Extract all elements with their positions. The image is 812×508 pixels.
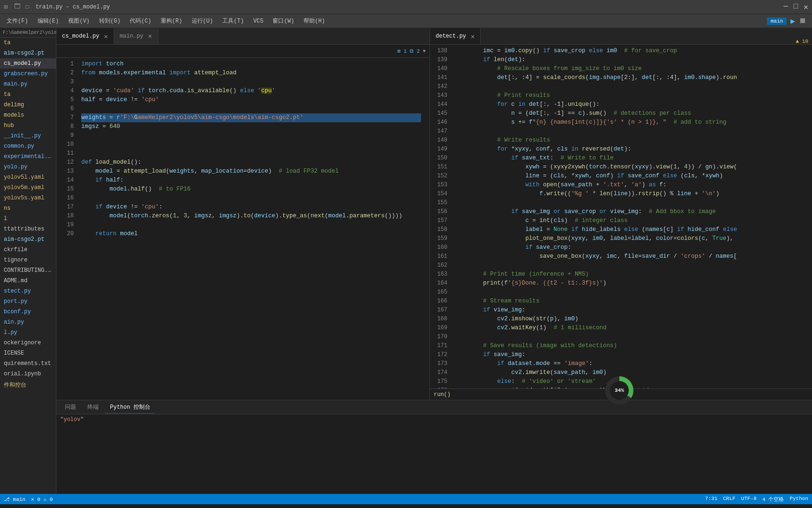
- sidebar-item-requirements[interactable]: quirements.txt: [0, 358, 56, 369]
- sidebar-item-main[interactable]: main.py: [0, 79, 56, 89]
- sidebar-item-bconf[interactable]: bconf.py: [0, 307, 56, 317]
- sidebar-item-experimental[interactable]: experimental.py: [0, 151, 56, 162]
- code-line-5: half = device != 'cpu': [81, 95, 421, 104]
- sidebar-item-port[interactable]: port.py: [0, 296, 56, 307]
- rcode-167: if view_img:: [455, 306, 804, 315]
- status-position: 7:31: [705, 496, 717, 503]
- debug-button[interactable]: ⏹: [799, 16, 806, 25]
- menu-code[interactable]: 代码(C): [125, 15, 156, 27]
- sidebar-item-yolov5s[interactable]: yolov5s.yaml: [0, 193, 56, 203]
- code-line-3: [81, 78, 421, 87]
- status-line-ending: CRLF: [723, 496, 735, 503]
- sidebar-item-l-py[interactable]: l.py: [0, 327, 56, 338]
- rcode-151: xywh = (xyxy2xywh(torch.tensor(xyxy).vie…: [455, 163, 804, 172]
- right-toolbar: ▲ 10: [792, 39, 812, 44]
- sidebar-item-ns[interactable]: ns: [0, 203, 56, 214]
- rcode-159: plot_one_box(xyxy, im0, label=label, col…: [455, 234, 804, 243]
- window-controls[interactable]: ⊞ 🗔: [4, 3, 21, 11]
- code-line-10: [81, 140, 421, 149]
- menu-vcs[interactable]: VCS: [249, 16, 268, 26]
- sidebar-item-yolo[interactable]: yolo.py: [0, 162, 56, 172]
- tab-detect[interactable]: detect.py ✕: [430, 28, 481, 44]
- breadcrumb-path: ▼: [422, 48, 426, 54]
- sidebar-item-aim-csgo2-2[interactable]: aim-csgo2.pt: [0, 234, 56, 245]
- code-line-19: [81, 221, 421, 230]
- window-buttons[interactable]: ─ □ ✕: [783, 2, 808, 12]
- menu-edit[interactable]: 编辑(E): [33, 15, 64, 27]
- scrollbar-right[interactable]: [807, 45, 812, 389]
- sidebar-item-hub[interactable]: hub: [0, 120, 56, 131]
- sidebar-item-ta2[interactable]: ta: [0, 89, 56, 100]
- tab-main[interactable]: main.py ✕: [114, 28, 158, 44]
- rcode-170: [455, 333, 804, 341]
- scrollbar-left[interactable]: [425, 58, 429, 400]
- rcode-154: f.write(('%g ' * len(line)).rstrip() % l…: [455, 190, 804, 198]
- tab-close-detect[interactable]: ✕: [471, 32, 475, 40]
- sidebar-item-models[interactable]: models: [0, 110, 56, 120]
- sidebar-item-stect[interactable]: stect.py: [0, 286, 56, 296]
- sidebar-item-grabscreen[interactable]: grabscreen.py: [0, 69, 56, 79]
- tab-close-main[interactable]: ✕: [148, 32, 152, 40]
- sidebar-item-ta[interactable]: ta: [0, 38, 56, 48]
- sidebar-item-cs-model[interactable]: cs_model.py: [0, 58, 56, 69]
- code-toolbar-left: ⊞ 1 ⧉ 2 ▼: [56, 45, 429, 58]
- menu-tools[interactable]: 工具(T): [218, 15, 249, 27]
- sidebar-item-init[interactable]: __init__.py: [0, 131, 56, 141]
- menu-file[interactable]: 文件(F): [2, 15, 33, 27]
- run-button[interactable]: ▶: [790, 16, 795, 26]
- close-btn[interactable]: ✕: [804, 2, 808, 12]
- code-content-left[interactable]: 1 2 3 4 5 6 7 8 9 10 11 12 13 14: [56, 58, 429, 400]
- rcode-169: cv2.waitKey(1) # 1 millisecond: [455, 324, 804, 333]
- sidebar: F:\GameHelper2\yolov ta aim-csgo2.pt cs_…: [0, 28, 56, 494]
- sidebar-item-tignore[interactable]: tignore: [0, 255, 56, 265]
- rcode-165: [455, 288, 804, 297]
- maximize-btn[interactable]: □: [794, 2, 798, 12]
- sidebar-item-yolov5m[interactable]: yolov5m.yaml: [0, 183, 56, 193]
- menu-bar-right: main ▶ ⏹: [767, 16, 810, 26]
- rcode-173: if dataset.mode == 'image':: [455, 359, 804, 368]
- rcode-138: imc = im0.copy() if save_crop else im0 #…: [455, 47, 804, 56]
- split-indicator: ⊞ 1 ⧉ 2: [398, 48, 420, 54]
- sidebar-item-yolov5l[interactable]: yolov5l.yaml: [0, 172, 56, 183]
- sidebar-item-contributing[interactable]: CONTRIBUTING.md: [0, 265, 56, 276]
- sidebar-item-license[interactable]: ICENSE: [0, 348, 56, 358]
- menu-run[interactable]: 运行(U): [187, 15, 218, 27]
- progress-inner: 34%: [610, 381, 629, 400]
- progress-label: 34%: [615, 388, 624, 393]
- sidebar-item-common[interactable]: common.py: [0, 141, 56, 151]
- menu-window[interactable]: 窗口(W): [268, 15, 299, 27]
- minimize-btn[interactable]: ─: [783, 2, 788, 12]
- tab-python-console[interactable]: Python 控制台: [105, 401, 155, 413]
- status-bar: ⎇ main ✕ 0 ⚠ 0 7:31 CRLF UTF-8 4 个空格 Pyt…: [0, 494, 812, 504]
- sidebar-item-delimg[interactable]: delimg: [0, 100, 56, 110]
- sidebar-item-ttattributes[interactable]: ttattributes: [0, 224, 56, 234]
- git-branch-badge[interactable]: main: [767, 17, 787, 25]
- menu-view[interactable]: 视图(V): [63, 15, 94, 27]
- sidebar-item-ckrfile[interactable]: ckrfile: [0, 245, 56, 255]
- sidebar-item-ockerignore[interactable]: ockerignore: [0, 338, 56, 348]
- line-numbers-left: 1 2 3 4 5 6 7 8 9 10 11 12 13 14: [56, 58, 78, 400]
- sidebar-item-l[interactable]: l: [0, 214, 56, 224]
- sidebar-item-controls[interactable]: 件和控台: [0, 379, 56, 391]
- tab-problems[interactable]: 问题: [60, 401, 81, 413]
- menu-refactor[interactable]: 重构(R): [156, 15, 187, 27]
- sidebar-item-ain[interactable]: ain.py: [0, 317, 56, 327]
- warning-icon: ▲ 10: [796, 39, 808, 44]
- code-content-right[interactable]: 138 139 140 141 142 143 144 145 146 147 …: [430, 45, 812, 389]
- menu-bar: 文件(F) 编辑(E) 视图(V) 转到(G) 代码(C) 重构(R) 运行(U…: [0, 14, 812, 28]
- rcode-163: # Print time (inference + NMS): [455, 270, 804, 279]
- bottom-console-content: "yolov": [56, 414, 812, 494]
- sidebar-item-orial[interactable]: orial.ipynb: [0, 369, 56, 379]
- rcode-144: for c in det[:, -1].unique():: [455, 100, 804, 109]
- rcode-157: c = int(cls) # integer class: [455, 216, 804, 225]
- app-icon: □: [25, 4, 29, 10]
- menu-goto[interactable]: 转到(G): [94, 15, 125, 27]
- tab-close-cs-model[interactable]: ✕: [104, 32, 108, 40]
- tab-terminal[interactable]: 终端: [83, 401, 103, 413]
- rcode-160: if save_crop:: [455, 243, 804, 252]
- code-line-2: from models.experimental import attempt_…: [81, 69, 421, 78]
- sidebar-item-adme[interactable]: ADME.md: [0, 276, 56, 286]
- sidebar-item-aim-csgo2[interactable]: aim-csgo2.pt: [0, 48, 56, 58]
- menu-help[interactable]: 帮助(H): [299, 15, 330, 27]
- tab-cs-model[interactable]: cs_model.py ✕: [56, 28, 114, 44]
